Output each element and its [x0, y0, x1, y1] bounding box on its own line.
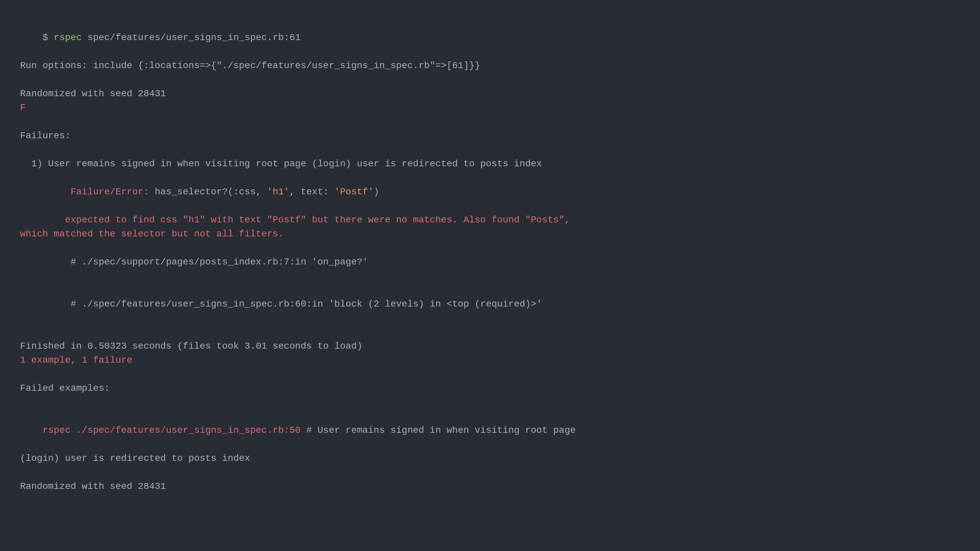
prompt: $ — [43, 32, 54, 43]
failed-example-line: rspec ./spec/features/user_signs_in_spec… — [20, 410, 960, 451]
command-args: spec/features/user_signs_in_spec.rb:61 — [82, 32, 301, 43]
failure-comma: , text: — [290, 187, 334, 197]
rspec-command: rspec — [54, 32, 82, 43]
spacer-6 — [20, 395, 960, 410]
failure-error-line: Failure/Error: has_selector?(:css, 'h1',… — [20, 171, 960, 213]
randomized-line-2: Randomized with seed 28431 — [20, 480, 960, 494]
spacer-7 — [20, 465, 960, 480]
failure-number-line: 1) User remains signed in when visiting … — [20, 157, 960, 171]
spacer-1 — [20, 73, 960, 87]
failure-paren: ) — [374, 187, 379, 197]
failed-examples-header: Failed examples: — [20, 381, 960, 395]
spacer-2 — [20, 115, 960, 129]
failure-h1-quote: 'h1' — [267, 187, 289, 197]
spacer-5 — [20, 367, 960, 381]
command-line: $ rspec spec/features/user_signs_in_spec… — [20, 17, 960, 59]
randomized-line-1: Randomized with seed 28431 — [20, 87, 960, 101]
summary-line: 1 example, 1 failure — [20, 353, 960, 367]
trace2-hash: # — [43, 299, 82, 309]
trace1-hash: # — [43, 257, 82, 267]
fail-marker-line: F — [20, 101, 960, 115]
failure-postf-quote: 'Postf' — [334, 187, 374, 197]
trace-line-2: # ./spec/features/user_signs_in_spec.rb:… — [20, 283, 960, 325]
failure-detail-line1: expected to find css "h1" with text "Pos… — [20, 213, 960, 227]
trace2-path: ./spec/features/user_signs_in_spec.rb:60… — [82, 299, 542, 309]
failure-detail-line2: which matched the selector but not all f… — [20, 227, 960, 241]
failed-comment: # User remains signed in when visiting r… — [301, 425, 576, 435]
trace1-path: ./spec/support/pages/posts_index.rb:7:in… — [82, 257, 368, 267]
failure-error-label: Failure/Error: — [43, 187, 155, 197]
failed-rspec-red: rspec ./spec/features/user_signs_in_spec… — [43, 425, 301, 435]
finished-line: Finished in 0.50323 seconds (files took … — [20, 339, 960, 353]
failed-login-line: (login) user is redirected to posts inde… — [20, 451, 960, 465]
terminal-output: $ rspec spec/features/user_signs_in_spec… — [20, 17, 960, 494]
run-options-line: Run options: include {:locations=>{"./sp… — [20, 59, 960, 73]
spacer-3 — [20, 143, 960, 157]
trace-line-1: # ./spec/support/pages/posts_index.rb:7:… — [20, 241, 960, 283]
spacer-4 — [20, 325, 960, 339]
failures-header: Failures: — [20, 129, 960, 143]
failure-error-code: has_selector?(:css, — [155, 187, 267, 197]
